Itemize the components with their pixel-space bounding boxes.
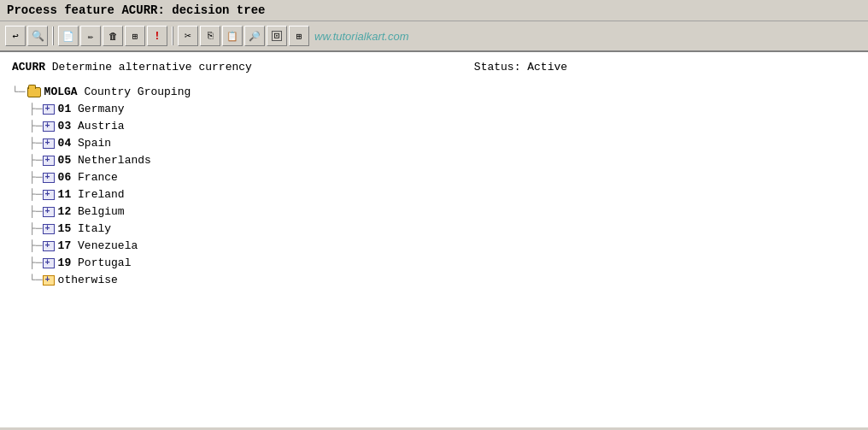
node-label: Venezuela	[78, 239, 138, 252]
node-code: 12	[58, 205, 72, 218]
branch-connector: ├─	[29, 186, 43, 204]
list-item[interactable]: ├─ 11 Ireland	[29, 186, 856, 203]
node-code: 05	[58, 154, 72, 167]
move-icon: ⊞	[132, 31, 138, 42]
root-code: MOLGA	[44, 85, 78, 98]
main-content: ACURR Determine alternative currency Sta…	[0, 52, 868, 427]
root-node[interactable]: └─ MOLGA Country Grouping	[12, 84, 856, 101]
leaf-folder-icon	[43, 224, 55, 234]
decision-tree: └─ MOLGA Country Grouping ├─ 01 Germany	[12, 84, 856, 289]
branch-connector: ├─	[29, 118, 43, 136]
node-label: Ireland	[78, 188, 125, 201]
branch-connector: ├─	[29, 101, 43, 119]
node-code: 17	[58, 239, 72, 252]
leaf-folder-icon	[43, 258, 55, 268]
info-btn[interactable]: !	[147, 26, 167, 46]
toolbar: ↩ 🔍 📄 ✏ 🗑 ⊞ ! ✂ ⎘ 📋 🔎 ⊡ ⊞ w	[0, 21, 868, 52]
info-icon: !	[154, 30, 161, 43]
back-btn[interactable]: ↩	[5, 26, 26, 46]
leaf-folder-icon	[43, 241, 55, 251]
filter-btn[interactable]: ⊡	[267, 26, 287, 46]
list-item[interactable]: └─ otherwise	[29, 272, 856, 289]
node-code: 03	[58, 120, 72, 133]
node-code: 19	[58, 256, 72, 269]
header-row: ACURR Determine alternative currency Sta…	[12, 61, 856, 74]
new-icon: 📄	[62, 31, 74, 42]
copy-icon: ⎘	[208, 31, 214, 41]
node-label: otherwise	[58, 274, 118, 286]
filter-icon: ⊡	[272, 31, 282, 41]
node-code: 04	[58, 137, 72, 150]
watermark-text: ww.tutorialkart.com	[314, 30, 409, 43]
node-code: 01	[58, 103, 72, 115]
list-item[interactable]: ├─ 19 Portugal	[29, 255, 856, 272]
leaf-folder-icon	[43, 121, 55, 132]
list-item[interactable]: ├─ 06 France	[29, 169, 856, 186]
branch-connector: └─	[29, 272, 43, 290]
leaf-folder-icon	[43, 138, 55, 149]
root-connector: └─	[12, 84, 26, 102]
node-code: 15	[58, 222, 72, 235]
cut-icon: ✂	[185, 29, 191, 43]
back-icon: ↩	[12, 30, 18, 43]
expand-btn[interactable]: ⊞	[289, 26, 309, 46]
title-bar: Process feature ACURR: decision tree	[0, 0, 868, 21]
copy-btn[interactable]: ⎘	[200, 26, 220, 46]
list-item[interactable]: ├─ 04 Spain	[29, 135, 856, 152]
edit-icon: ✏	[88, 31, 94, 42]
leaf-folder-icon	[43, 275, 55, 286]
edit-btn[interactable]: ✏	[80, 26, 101, 46]
list-item[interactable]: ├─ 05 Netherlands	[29, 152, 856, 169]
node-code: 06	[58, 171, 72, 184]
find-btn[interactable]: 🔎	[244, 26, 265, 46]
node-label: Netherlands	[78, 154, 151, 167]
branch-connector: ├─	[29, 135, 43, 153]
node-label: France	[78, 171, 118, 184]
search-icon: 🔍	[32, 30, 44, 43]
branch-connector: ├─	[29, 238, 43, 256]
branch-connector: ├─	[29, 152, 43, 170]
node-label: Spain	[78, 137, 111, 150]
expand-icon: ⊞	[296, 31, 302, 42]
leaf-folder-icon	[43, 207, 55, 217]
new-btn[interactable]: 📄	[58, 26, 79, 46]
paste-btn[interactable]: 📋	[222, 26, 243, 46]
node-label: Germany	[78, 103, 125, 115]
node-code: 11	[58, 188, 72, 201]
feature-header: ACURR Determine alternative currency	[12, 61, 252, 74]
node-label: Austria	[78, 120, 125, 133]
node-label: Italy	[78, 222, 111, 235]
leaf-folder-icon	[43, 156, 55, 166]
branch-connector: ├─	[29, 169, 43, 187]
window-title: Process feature ACURR: decision tree	[7, 3, 265, 17]
list-item[interactable]: ├─ 03 Austria	[29, 118, 856, 135]
node-label: Belgium	[78, 205, 125, 218]
leaf-folder-icon	[43, 190, 55, 200]
separator-2	[172, 27, 173, 45]
list-item[interactable]: ├─ 12 Belgium	[29, 203, 856, 221]
search-btn[interactable]: 🔍	[27, 26, 48, 46]
branch-connector: ├─	[29, 221, 43, 239]
list-item[interactable]: ├─ 17 Venezuela	[29, 238, 856, 255]
cut-btn[interactable]: ✂	[178, 26, 198, 46]
root-label-text: Country Grouping	[84, 85, 191, 98]
branch-connector: ├─	[29, 203, 43, 221]
leaf-folder-icon	[43, 173, 55, 183]
delete-icon: 🗑	[108, 31, 118, 42]
paste-icon: 📋	[226, 31, 238, 42]
branch-connector: ├─	[29, 255, 43, 273]
node-label: Portugal	[78, 256, 131, 269]
list-item[interactable]: ├─ 15 Italy	[29, 221, 856, 238]
move-btn[interactable]: ⊞	[125, 26, 145, 46]
status-area: Status: Active	[474, 61, 567, 74]
feature-code: ACURR	[12, 61, 45, 74]
delete-btn[interactable]: 🗑	[103, 26, 123, 46]
root-folder-icon	[27, 87, 41, 97]
separator-1	[52, 27, 54, 45]
tree-children: ├─ 01 Germany ├─ 03 Austria ├─	[29, 101, 856, 289]
list-item[interactable]: ├─ 01 Germany	[29, 101, 856, 118]
leaf-folder-icon	[43, 104, 55, 115]
find-icon: 🔎	[249, 31, 261, 42]
